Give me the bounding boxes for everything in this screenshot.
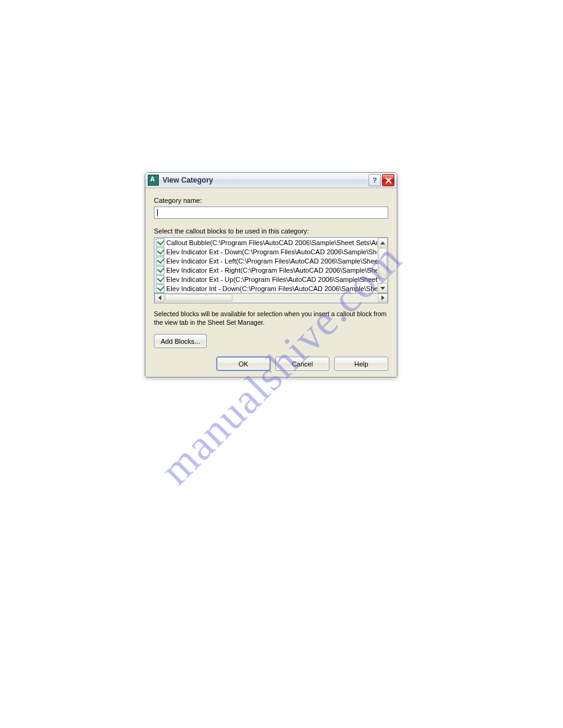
horizontal-scrollbar[interactable] — [154, 294, 388, 303]
checkbox-icon[interactable] — [156, 238, 164, 247]
list-item-label: Elev Indicator Ext - Right(C:\Program Fi… — [166, 267, 378, 274]
list-item-label: Elev Indicator Ext - Left(C:\Program Fil… — [166, 257, 378, 265]
list-item-label: Elev Indicator Ext - Down(C:\Program Fil… — [166, 248, 378, 256]
list-item-label: Callout Bubble(C:\Program Files\AutoCAD … — [166, 239, 378, 246]
ok-button[interactable]: OK — [216, 357, 270, 371]
list-viewport: Callout Bubble(C:\Program Files\AutoCAD … — [155, 238, 378, 293]
close-button[interactable] — [382, 174, 394, 186]
list-item[interactable]: Elev Indicator Ext - Right(C:\Program Fi… — [155, 265, 378, 275]
help-dialog-button[interactable]: Help — [334, 357, 388, 371]
select-blocks-label: Select the callout blocks to be used in … — [154, 227, 388, 235]
chevron-left-icon — [158, 295, 161, 300]
checkbox-icon[interactable] — [156, 266, 164, 275]
close-icon — [385, 177, 392, 184]
dialog-title: View Category — [163, 176, 369, 184]
dialog-body: Category name: Select the callout blocks… — [145, 188, 397, 377]
view-category-dialog: View Category ? Category name: Select th… — [145, 172, 397, 377]
checkbox-icon[interactable] — [156, 284, 164, 293]
scroll-thumb[interactable] — [165, 294, 232, 301]
list-item-label: Elev Indicator Int - Down(C:\Program Fil… — [166, 285, 378, 292]
help-text: Selected blocks will be available for se… — [154, 309, 388, 327]
checkbox-icon[interactable] — [156, 257, 164, 265]
cancel-button[interactable]: Cancel — [275, 357, 329, 371]
app-icon — [148, 175, 159, 186]
category-name-label: Category name: — [154, 197, 388, 204]
scroll-down-button[interactable] — [378, 283, 388, 293]
checkbox-icon[interactable] — [156, 275, 164, 284]
list-item[interactable]: Elev Indicator Ext - Left(C:\Program Fil… — [155, 256, 378, 265]
vertical-scrollbar[interactable] — [377, 238, 388, 293]
list-item[interactable]: Callout Bubble(C:\Program Files\AutoCAD … — [155, 238, 378, 247]
chevron-up-icon — [380, 241, 385, 245]
list-item[interactable]: Elev Indicator Ext - Up(C:\Program Files… — [155, 275, 378, 284]
add-blocks-button[interactable]: Add Blocks... — [154, 334, 207, 348]
category-name-input[interactable] — [154, 207, 388, 219]
scroll-right-button[interactable] — [378, 294, 388, 302]
titlebar-buttons: ? — [369, 174, 394, 186]
list-item[interactable]: Elev Indicator Int - Down(C:\Program Fil… — [155, 284, 378, 293]
callout-blocks-list[interactable]: Callout Bubble(C:\Program Files\AutoCAD … — [154, 237, 388, 294]
help-button[interactable]: ? — [369, 174, 381, 186]
scroll-left-button[interactable] — [155, 294, 164, 302]
text-caret — [157, 209, 158, 216]
titlebar[interactable]: View Category ? — [145, 173, 397, 188]
chevron-right-icon — [381, 295, 385, 300]
chevron-down-icon — [380, 287, 385, 290]
list-item-label: Elev Indicator Ext - Up(C:\Program Files… — [166, 276, 378, 283]
scroll-thumb[interactable] — [378, 248, 387, 279]
list-item[interactable]: Elev Indicator Ext - Down(C:\Program Fil… — [155, 247, 378, 256]
checkbox-icon[interactable] — [156, 248, 164, 256]
scroll-up-button[interactable] — [378, 238, 388, 248]
dialog-button-row: OK Cancel Help — [154, 357, 388, 371]
